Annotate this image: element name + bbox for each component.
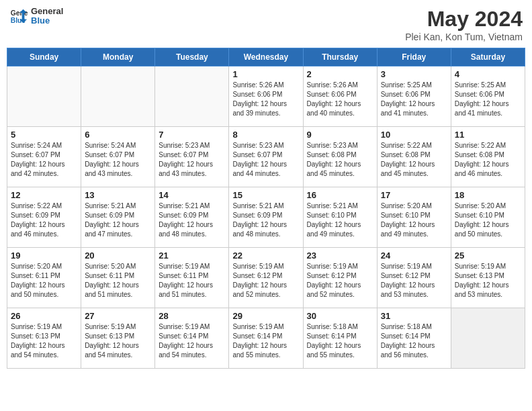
day-number: 6 [85,130,151,140]
calendar-cell: 13Sunrise: 5:21 AM Sunset: 6:09 PM Dayli… [81,187,155,248]
calendar-cell: 2Sunrise: 5:26 AM Sunset: 6:06 PM Daylig… [303,66,377,127]
svg-text:General: General [11,9,28,17]
day-number: 27 [85,311,151,321]
calendar-week-row: 12Sunrise: 5:22 AM Sunset: 6:09 PM Dayli… [7,187,525,248]
calendar-cell: 3Sunrise: 5:25 AM Sunset: 6:06 PM Daylig… [377,66,451,127]
calendar-cell: 7Sunrise: 5:23 AM Sunset: 6:07 PM Daylig… [155,127,229,187]
day-info: Sunrise: 5:19 AM Sunset: 6:12 PM Dayligh… [232,262,299,300]
day-number: 26 [11,311,77,321]
day-info: Sunrise: 5:22 AM Sunset: 6:08 PM Dayligh… [455,141,521,179]
day-number: 30 [307,311,373,321]
day-number: 21 [159,250,225,261]
day-number: 24 [381,250,447,261]
day-header: Tuesday [155,48,229,66]
day-info: Sunrise: 5:22 AM Sunset: 6:09 PM Dayligh… [11,201,77,239]
month-year: May 2024 [405,7,523,32]
calendar-cell: 23Sunrise: 5:19 AM Sunset: 6:12 PM Dayli… [303,248,377,308]
calendar-cell: 11Sunrise: 5:22 AM Sunset: 6:08 PM Dayli… [451,127,525,187]
day-number: 7 [159,130,225,140]
calendar-cell: 8Sunrise: 5:23 AM Sunset: 6:07 PM Daylig… [229,127,303,187]
day-number: 10 [381,130,447,140]
calendar-cell [451,308,525,369]
calendar-cell: 6Sunrise: 5:24 AM Sunset: 6:07 PM Daylig… [81,127,155,187]
day-header: Monday [81,48,155,66]
calendar-cell: 21Sunrise: 5:19 AM Sunset: 6:11 PM Dayli… [155,248,229,308]
calendar-week-row: 19Sunrise: 5:20 AM Sunset: 6:11 PM Dayli… [7,248,525,308]
day-info: Sunrise: 5:25 AM Sunset: 6:06 PM Dayligh… [381,81,447,118]
day-info: Sunrise: 5:23 AM Sunset: 6:07 PM Dayligh… [159,141,225,179]
day-info: Sunrise: 5:19 AM Sunset: 6:14 PM Dayligh… [232,322,299,360]
day-info: Sunrise: 5:19 AM Sunset: 6:12 PM Dayligh… [381,262,447,300]
calendar-week-row: 5Sunrise: 5:24 AM Sunset: 6:07 PM Daylig… [7,127,525,187]
day-number: 11 [455,130,521,140]
title-block: May 2024 Plei Kan, Kon Tum, Vietnam [405,7,523,42]
calendar-cell [155,66,229,127]
days-header-row: SundayMondayTuesdayWednesdayThursdayFrid… [7,48,525,66]
calendar-week-row: 1Sunrise: 5:26 AM Sunset: 6:06 PM Daylig… [7,66,525,127]
day-number: 19 [11,250,77,261]
calendar-cell [81,66,155,127]
calendar-cell: 1Sunrise: 5:26 AM Sunset: 6:06 PM Daylig… [229,66,303,127]
calendar-cell: 4Sunrise: 5:25 AM Sunset: 6:06 PM Daylig… [451,66,525,127]
day-header: Saturday [451,48,525,66]
day-info: Sunrise: 5:25 AM Sunset: 6:06 PM Dayligh… [455,81,521,118]
day-info: Sunrise: 5:23 AM Sunset: 6:08 PM Dayligh… [307,141,373,179]
calendar-cell: 27Sunrise: 5:19 AM Sunset: 6:13 PM Dayli… [81,308,155,369]
day-number: 18 [455,190,521,200]
calendar-cell: 20Sunrise: 5:20 AM Sunset: 6:11 PM Dayli… [81,248,155,308]
calendar-cell: 9Sunrise: 5:23 AM Sunset: 6:08 PM Daylig… [303,127,377,187]
calendar-cell: 5Sunrise: 5:24 AM Sunset: 6:07 PM Daylig… [7,127,81,187]
day-info: Sunrise: 5:19 AM Sunset: 6:13 PM Dayligh… [455,262,521,300]
calendar-cell: 25Sunrise: 5:19 AM Sunset: 6:13 PM Dayli… [451,248,525,308]
calendar-cell: 26Sunrise: 5:19 AM Sunset: 6:13 PM Dayli… [7,308,81,369]
calendar-cell: 29Sunrise: 5:19 AM Sunset: 6:14 PM Dayli… [229,308,303,369]
day-info: Sunrise: 5:21 AM Sunset: 6:09 PM Dayligh… [232,201,299,239]
location: Plei Kan, Kon Tum, Vietnam [405,32,523,42]
logo: General Blue General Blue [9,7,63,26]
day-header: Wednesday [229,48,303,66]
day-number: 3 [381,69,447,79]
calendar-cell: 16Sunrise: 5:21 AM Sunset: 6:10 PM Dayli… [303,187,377,248]
calendar-week-row: 26Sunrise: 5:19 AM Sunset: 6:13 PM Dayli… [7,308,525,369]
calendar-cell: 18Sunrise: 5:20 AM Sunset: 6:10 PM Dayli… [451,187,525,248]
day-number: 28 [159,311,225,321]
calendar-cell: 30Sunrise: 5:18 AM Sunset: 6:14 PM Dayli… [303,308,377,369]
day-info: Sunrise: 5:24 AM Sunset: 6:07 PM Dayligh… [11,141,77,179]
day-number: 23 [307,250,373,261]
day-info: Sunrise: 5:18 AM Sunset: 6:14 PM Dayligh… [307,322,373,360]
day-info: Sunrise: 5:26 AM Sunset: 6:06 PM Dayligh… [232,81,299,118]
calendar-cell: 10Sunrise: 5:22 AM Sunset: 6:08 PM Dayli… [377,127,451,187]
calendar-table: SundayMondayTuesdayWednesdayThursdayFrid… [7,48,525,369]
page-header: General Blue General Blue May 2024 Plei … [7,7,525,42]
day-header: Friday [377,48,451,66]
day-info: Sunrise: 5:24 AM Sunset: 6:07 PM Dayligh… [85,141,151,179]
logo-line2: Blue [31,16,63,26]
day-info: Sunrise: 5:22 AM Sunset: 6:08 PM Dayligh… [381,141,447,179]
calendar-cell: 12Sunrise: 5:22 AM Sunset: 6:09 PM Dayli… [7,187,81,248]
day-info: Sunrise: 5:21 AM Sunset: 6:09 PM Dayligh… [159,201,225,239]
calendar-cell: 24Sunrise: 5:19 AM Sunset: 6:12 PM Dayli… [377,248,451,308]
day-info: Sunrise: 5:20 AM Sunset: 6:10 PM Dayligh… [381,201,447,239]
calendar-cell: 22Sunrise: 5:19 AM Sunset: 6:12 PM Dayli… [229,248,303,308]
day-number: 5 [11,130,77,140]
calendar-cell: 15Sunrise: 5:21 AM Sunset: 6:09 PM Dayli… [229,187,303,248]
day-number: 20 [85,250,151,261]
calendar-cell: 14Sunrise: 5:21 AM Sunset: 6:09 PM Dayli… [155,187,229,248]
day-header: Sunday [7,48,81,66]
day-number: 25 [455,250,521,261]
day-number: 31 [381,311,447,321]
day-number: 16 [307,190,373,200]
calendar-cell: 28Sunrise: 5:19 AM Sunset: 6:14 PM Dayli… [155,308,229,369]
day-number: 13 [85,190,151,200]
day-info: Sunrise: 5:23 AM Sunset: 6:07 PM Dayligh… [232,141,299,179]
calendar-cell [7,66,81,127]
calendar-cell: 31Sunrise: 5:18 AM Sunset: 6:14 PM Dayli… [377,308,451,369]
day-info: Sunrise: 5:19 AM Sunset: 6:12 PM Dayligh… [307,262,373,300]
logo-icon: General Blue [9,7,28,26]
calendar-cell: 19Sunrise: 5:20 AM Sunset: 6:11 PM Dayli… [7,248,81,308]
day-number: 12 [11,190,77,200]
day-number: 17 [381,190,447,200]
day-number: 22 [232,250,299,261]
day-info: Sunrise: 5:26 AM Sunset: 6:06 PM Dayligh… [307,81,373,118]
day-info: Sunrise: 5:19 AM Sunset: 6:11 PM Dayligh… [159,262,225,300]
